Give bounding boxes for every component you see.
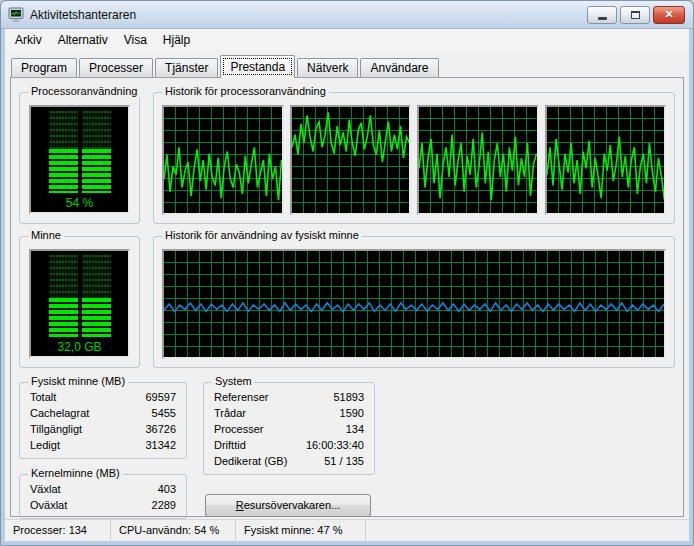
cpu-history-group: Historik för processoranvändning (153, 92, 675, 224)
client-area: Arkiv Alternativ Visa Hjälp Program Proc… (5, 29, 689, 541)
stat-value: 31342 (145, 437, 176, 453)
physical-memory-group-title: Fysiskt minne (MB) (28, 375, 128, 387)
menubar: Arkiv Alternativ Visa Hjälp (5, 29, 689, 51)
cpu-history-graph-core4 (545, 105, 667, 215)
window-title: Aktivitetshanteraren (30, 8, 587, 22)
stat-label: Oväxlat (30, 497, 67, 513)
cpu-usage-gauge: 54 % (29, 105, 130, 214)
stat-value: 403 (158, 481, 176, 497)
performance-tab-page: Processoranvändning 54 % Historik för pr… (10, 77, 684, 517)
cpu-history-graph-core1 (162, 105, 284, 215)
kernel-memory-group-title: Kernelminne (MB) (28, 467, 123, 479)
memory-history-group-title: Historik för användning av fysiskt minne (162, 229, 362, 241)
stat-row: Dedikerat (GB)51 / 135 (214, 453, 364, 469)
stat-label: Processer (214, 421, 264, 437)
stat-row: Processer134 (214, 421, 364, 437)
stat-label: Referenser (214, 389, 268, 405)
cpu-usage-group: Processoranvändning 54 % (19, 92, 140, 224)
stat-value: 5455 (152, 405, 176, 421)
menu-alternativ[interactable]: Alternativ (50, 30, 116, 50)
tab-natverk[interactable]: Nätverk (297, 58, 358, 77)
status-physical-memory: Fysiskt minne: 47 % (236, 520, 366, 541)
stat-value: 36726 (145, 421, 176, 437)
stat-value: 16:00:33:40 (306, 437, 364, 453)
memory-group-title: Minne (28, 229, 64, 241)
stat-row: Växlat403 (30, 481, 176, 497)
physical-memory-group: Fysiskt minne (MB) Totalt69597Cachelagra… (19, 382, 187, 459)
stat-label: Dedikerat (GB) (214, 453, 287, 469)
resource-monitor-button-label: Resursövervakaren... (206, 495, 370, 516)
stat-label: Totalt (30, 389, 56, 405)
stat-value: 2289 (152, 497, 176, 513)
memory-history-graph (162, 249, 666, 359)
tabstrip: Program Processer Tjänster Prestanda Nät… (5, 51, 689, 77)
maximize-button[interactable] (620, 6, 650, 24)
status-cpu-usage: CPU-användn: 54 % (111, 520, 236, 541)
tab-anvandare[interactable]: Användare (360, 58, 438, 77)
tab-processer[interactable]: Processer (79, 58, 153, 77)
stat-row: Cachelagrat5455 (30, 405, 176, 421)
stat-value: 51893 (333, 389, 364, 405)
stat-label: Drifttid (214, 437, 246, 453)
status-processes: Processer: 134 (5, 520, 111, 541)
stat-label: Tillgängligt (30, 421, 82, 437)
memory-gauge-value: 32,0 GB (31, 340, 128, 354)
status-filler (366, 520, 689, 541)
cpu-history-group-title: Historik för processoranvändning (162, 85, 329, 97)
stat-label: Ledigt (30, 437, 60, 453)
tab-tjanster[interactable]: Tjänster (155, 58, 218, 77)
menu-hjalp[interactable]: Hjälp (155, 30, 198, 50)
stat-value: 51 / 135 (324, 453, 364, 469)
stat-value: 134 (346, 421, 364, 437)
window-controls: ✕ (587, 6, 685, 24)
stat-row: Totalt69597 (30, 389, 176, 405)
minimize-button[interactable] (587, 6, 617, 24)
stat-row: Oväxlat2289 (30, 497, 176, 513)
cpu-usage-value: 54 % (31, 196, 128, 210)
tab-program[interactable]: Program (11, 58, 77, 77)
minimize-icon (598, 17, 607, 20)
titlebar[interactable]: Aktivitetshanteraren ✕ (1, 1, 693, 29)
menu-arkiv[interactable]: Arkiv (7, 30, 50, 50)
memory-gauge: 32,0 GB (29, 249, 130, 358)
stat-row: Ledigt31342 (30, 437, 176, 453)
statusbar: Processer: 134 CPU-användn: 54 % Fysiskt… (5, 519, 689, 541)
maximize-icon (631, 11, 640, 19)
stat-row: Drifttid16:00:33:40 (214, 437, 364, 453)
app-icon (8, 7, 24, 23)
resource-monitor-button[interactable]: Resursövervakaren... (205, 494, 371, 517)
stat-row: Referenser51893 (214, 389, 364, 405)
close-button[interactable]: ✕ (653, 6, 685, 24)
stat-label: Cachelagrat (30, 405, 89, 421)
kernel-memory-group: Kernelminne (MB) Växlat403Oväxlat2289 (19, 474, 187, 519)
tab-prestanda[interactable]: Prestanda (220, 55, 295, 78)
stat-value: 1590 (340, 405, 364, 421)
system-group: System Referenser51893Trådar1590Processe… (203, 382, 375, 475)
cpu-history-graph-core3 (417, 105, 539, 215)
system-group-title: System (212, 375, 255, 387)
memory-group: Minne 32,0 GB (19, 236, 140, 368)
stat-row: Trådar1590 (214, 405, 364, 421)
cpu-usage-group-title: Processoranvändning (28, 85, 140, 97)
memory-history-group: Historik för användning av fysiskt minne (153, 236, 675, 368)
stat-label: Trådar (214, 405, 246, 421)
stat-row: Tillgängligt36726 (30, 421, 176, 437)
cpu-history-graph-core2 (290, 105, 412, 215)
stat-value: 69597 (145, 389, 176, 405)
menu-visa[interactable]: Visa (116, 30, 155, 50)
close-icon: ✕ (664, 8, 673, 21)
stat-label: Växlat (30, 481, 61, 497)
task-manager-window: Aktivitetshanteraren ✕ Arkiv Alternativ … (0, 0, 694, 546)
